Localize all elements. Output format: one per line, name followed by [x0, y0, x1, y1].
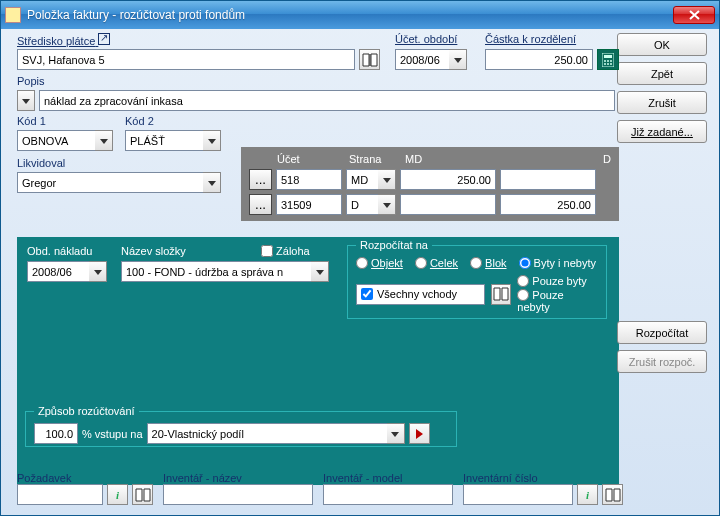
book-icon [492, 285, 510, 303]
payer-center-input[interactable] [17, 49, 355, 70]
liquidator-input[interactable] [17, 172, 203, 193]
inventory-model-input[interactable] [323, 484, 453, 505]
distribute-on-group: Rozpočítat na Objekt Celek Blok Byty i n… [347, 239, 607, 319]
code2-input[interactable] [125, 130, 203, 151]
posting-row2-md[interactable] [400, 194, 496, 215]
cost-period-label: Obd. nákladu [27, 245, 92, 257]
opt-blok[interactable]: Blok [470, 257, 506, 269]
info-icon: i [586, 489, 589, 501]
posting-row2-side-dd[interactable] [378, 194, 396, 215]
posting-row1-side-dd[interactable] [378, 169, 396, 190]
opt-only-flats[interactable]: Pouze byty [517, 275, 598, 287]
posting-row1-md[interactable] [400, 169, 496, 190]
opt-celek-radio[interactable] [415, 257, 427, 269]
inventory-number-input[interactable] [463, 484, 573, 505]
request-lookup-button[interactable] [132, 484, 153, 505]
opt-only-flats-radio[interactable] [517, 275, 529, 287]
cost-period-input[interactable] [27, 261, 89, 282]
popup-icon[interactable] [98, 33, 110, 45]
app-icon [5, 7, 21, 23]
cancel-button[interactable]: Zrušit [617, 91, 707, 114]
next-method-button[interactable] [409, 423, 430, 444]
payer-center-label-text: Středisko plátce [17, 35, 95, 47]
client-area: OK Zpět Zrušit Již zadané... Středisko p… [7, 33, 713, 509]
svg-point-4 [610, 60, 612, 62]
opt-byty[interactable]: Byty i nebyty [519, 257, 596, 269]
allocation-method-dropdown[interactable] [387, 423, 405, 444]
distribute-radio-row: Objekt Celek Blok Byty i nebyty [356, 257, 598, 269]
code2-dropdown[interactable] [203, 130, 221, 151]
close-button[interactable] [673, 6, 715, 24]
opt-only-nonflats-radio[interactable] [517, 289, 529, 301]
allocation-method-group: Způsob rozúčtování % vstupu na [25, 405, 457, 447]
book-icon [604, 486, 622, 504]
posting-h-d: D [505, 153, 611, 165]
back-button[interactable]: Zpět [617, 62, 707, 85]
svg-point-6 [607, 63, 609, 65]
calculator-button[interactable] [597, 49, 619, 70]
arrow-right-icon [416, 429, 423, 439]
inventory-name-label: Inventář - název [163, 472, 313, 484]
all-entrances[interactable]: Všechny vchody [356, 284, 485, 305]
svg-point-3 [607, 60, 609, 62]
code1-input[interactable] [17, 130, 95, 151]
payer-center-lookup-button[interactable] [359, 49, 380, 70]
allocation-panel: Obd. nákladu Název složky Záloha Rozpočí… [17, 237, 619, 485]
code1-dropdown[interactable] [95, 130, 113, 151]
inventory-lookup-button[interactable] [602, 484, 623, 505]
opt-only-nonflats[interactable]: Pouze nebyty [517, 289, 598, 313]
posting-row2-d[interactable] [500, 194, 596, 215]
request-input[interactable] [17, 484, 103, 505]
cancel-calculate-button[interactable]: Zrušit rozpoč. [617, 350, 707, 373]
inventory-info-button[interactable]: i [577, 484, 598, 505]
allocation-method-input[interactable] [147, 423, 387, 444]
pct-input[interactable] [34, 423, 78, 444]
posting-h-md: MD [405, 153, 505, 165]
request-info-button[interactable]: i [107, 484, 128, 505]
all-entrances-checkbox[interactable] [361, 288, 373, 300]
request-label: Požadavek [17, 472, 153, 484]
cost-period-dropdown[interactable] [89, 261, 107, 282]
payer-center-label: Středisko plátce [17, 33, 110, 47]
posting-row1-side[interactable] [346, 169, 378, 190]
book-icon [134, 486, 152, 504]
svg-point-5 [604, 63, 606, 65]
amount-input[interactable] [485, 49, 593, 70]
opt-block-group[interactable]: Celek [415, 257, 458, 269]
opt-blok-radio[interactable] [470, 257, 482, 269]
period-input[interactable] [395, 49, 449, 70]
liquidator-dropdown[interactable] [203, 172, 221, 193]
deposit-check-label[interactable]: Záloha [261, 245, 310, 257]
opt-byty-radio[interactable] [519, 257, 531, 269]
inventory-model-label: Inventář - model [323, 472, 453, 484]
description-input[interactable] [39, 90, 615, 111]
opt-object-radio[interactable] [356, 257, 368, 269]
period-dropdown[interactable] [449, 49, 467, 70]
posting-header: Účet Strana MD D [249, 153, 611, 165]
posting-row2-account[interactable] [276, 194, 342, 215]
posting-row2-side[interactable] [346, 194, 378, 215]
pct-unit-label: % vstupu na [82, 428, 143, 440]
calculate-button[interactable]: Rozpočítat [617, 321, 707, 344]
component-name-input[interactable] [121, 261, 311, 282]
deposit-checkbox[interactable] [261, 245, 273, 257]
window: Položka faktury - rozúčtovat proti fondů… [0, 0, 720, 516]
entrances-lookup-button[interactable] [491, 284, 512, 305]
entrances-row: Všechny vchody Pouze byty Pouze nebyty [356, 275, 598, 313]
already-entered-button[interactable]: Již zadané... [617, 120, 707, 143]
opt-object[interactable]: Objekt [356, 257, 403, 269]
component-name-dropdown[interactable] [311, 261, 329, 282]
titlebar: Položka faktury - rozúčtovat proti fondů… [1, 1, 719, 29]
description-history-dropdown[interactable] [17, 90, 35, 111]
inventory-name-input[interactable] [163, 484, 313, 505]
posting-row1-lookup[interactable]: ... [249, 169, 272, 190]
close-icon [689, 10, 700, 20]
already-entered-label: Již zadané... [631, 126, 693, 138]
posting-row1-account[interactable] [276, 169, 342, 190]
posting-box: Účet Strana MD D ... ... [241, 147, 619, 221]
allocation-method-title: Způsob rozúčtování [34, 405, 139, 417]
posting-row2-lookup[interactable]: ... [249, 194, 272, 215]
ok-button[interactable]: OK [617, 33, 707, 56]
posting-row1-d[interactable] [500, 169, 596, 190]
book-icon [361, 51, 379, 69]
